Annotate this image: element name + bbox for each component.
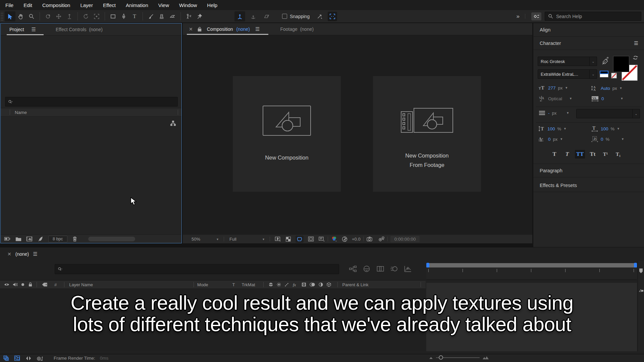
brush-tool-icon[interactable] [146,11,156,21]
orbit-camera-tool-icon[interactable] [43,11,53,21]
font-family-dropdown[interactable]: Roc Grotesk⌄ [538,57,597,66]
magnification-dropdown[interactable]: 50%▾ [189,237,221,242]
faux-bold-button[interactable]: T [549,150,559,159]
title-action-safe-icon[interactable] [308,236,314,242]
trkmat-column-header[interactable]: TrkMat [242,282,255,287]
comp-marker-bin-icon[interactable] [639,268,643,274]
motion-blur-switch-icon[interactable] [310,282,315,287]
label-color-icon[interactable] [42,282,48,287]
project-settings-icon[interactable] [38,236,44,242]
pen-tool-icon[interactable] [118,11,129,21]
snap-along-edges-icon[interactable] [314,11,325,21]
work-area-end-handle[interactable] [634,263,637,268]
preview-timecode[interactable]: 0:00:00:00 [390,236,420,242]
time-ruler[interactable] [426,267,637,280]
new-folder-icon[interactable] [15,236,21,242]
timeline-panel-menu-icon[interactable]: ☰ [33,251,38,257]
stroke-style-dropdown[interactable]: ⌄ [576,109,640,118]
help-search-box[interactable] [545,12,641,21]
viewer-panel-menu-icon[interactable]: ☰ [255,26,260,32]
menu-animation[interactable]: Animation [126,2,148,8]
menu-layer[interactable]: Layer [80,2,93,8]
new-composition-icon[interactable] [26,236,33,242]
default-fill-stroke-swatch[interactable] [600,71,608,77]
layer-name-column-header[interactable]: Layer Name [69,282,93,287]
camera-tool-icon[interactable] [91,11,102,21]
expand-icon[interactable] [25,356,32,361]
tab-footage[interactable]: Footage (none) [280,26,314,32]
name-column-header[interactable]: Name [15,110,27,115]
tracking-control[interactable]: VA 0▼ [591,96,623,102]
lock-icon[interactable] [28,282,33,287]
work-area-start-handle[interactable] [426,263,429,268]
toolbar-overflow-chevrons[interactable]: » [517,13,519,20]
layer-list-area[interactable] [0,289,426,351]
mini-flowchart-icon[interactable] [349,265,357,273]
tab-composition-none[interactable]: (none) [236,26,250,32]
menu-edit[interactable]: Edit [23,2,32,8]
menu-effect[interactable]: Effect [103,2,116,8]
zoom-in-mountains-icon[interactable] [482,355,490,360]
zoom-slider-track[interactable] [436,357,480,358]
tab-composition[interactable]: Composition [207,26,233,32]
hand-tool-icon[interactable] [15,11,26,21]
rotation-tool-icon[interactable] [80,11,91,21]
roto-brush-tool-icon[interactable] [183,11,194,21]
menu-window[interactable]: Window [179,2,197,8]
region-of-interest-active[interactable] [296,236,304,243]
effects-fx-icon[interactable]: fx [292,282,298,287]
shape-tool-icon[interactable] [108,11,118,21]
faux-italic-button[interactable]: T [562,150,572,159]
clone-stamp-tool-icon[interactable] [156,11,167,21]
type-tool-icon[interactable]: T [129,11,140,21]
view-axis-mode-icon[interactable] [261,11,272,21]
draft-3d-toggle-icon[interactable] [328,12,337,21]
interpret-footage-icon[interactable] [4,236,11,242]
timeline-tab-none[interactable]: (none) [15,251,29,257]
small-caps-button[interactable]: Tt [588,150,598,159]
paragraph-panel-header[interactable]: Paragraph [533,164,644,177]
unlock-icon[interactable] [197,26,202,32]
horizontal-scrollbar[interactable] [88,237,135,241]
selection-tool-icon[interactable] [5,11,15,21]
all-caps-button[interactable]: TT [575,150,585,159]
baseline-shift-control[interactable]: Aa 0px▼ [538,136,563,142]
show-channel-icon[interactable] [331,236,337,242]
local-axis-mode-icon[interactable] [234,11,245,21]
shy-layers-icon[interactable] [363,265,371,273]
exposure-icon[interactable] [341,236,348,242]
frame-blending-icon[interactable] [376,265,384,273]
graph-editor-icon[interactable] [404,265,412,273]
toolbar-grip[interactable] [1,12,3,21]
project-search-box[interactable] [5,97,178,107]
menu-composition[interactable]: Composition [42,2,70,8]
stroke-width-control[interactable]: -px▼ [538,110,569,116]
timeline-search-box[interactable] [55,264,339,274]
help-search-input[interactable] [556,14,630,19]
swap-fill-stroke-icon[interactable] [633,55,639,61]
no-color-swatch[interactable] [611,73,617,78]
world-axis-mode-icon[interactable] [248,11,259,21]
view-options-icon[interactable] [318,236,325,242]
fill-color-swatch[interactable] [613,56,629,72]
font-style-dropdown[interactable]: ExtraWide ExtraL...⌄ [538,69,597,79]
font-size-control[interactable]: TT 277px▼ [538,85,568,90]
shy-switch-icon[interactable] [268,282,273,287]
exposure-value[interactable]: +0.0 [352,237,361,242]
new-composition-card[interactable]: New Composition [233,76,341,192]
vertical-scale-control[interactable]: T 100%▼ [538,126,567,132]
horizontal-scale-control[interactable]: T 100%▼ [591,126,620,132]
adjustment-layer-icon[interactable] [318,282,323,287]
zoom-tool-icon[interactable] [26,11,37,21]
motion-blur-icon[interactable] [390,265,398,273]
snapshot-camera-icon[interactable] [366,236,373,242]
tsume-control[interactable]: あ 0%▼ [591,136,624,142]
transparency-grid-icon[interactable] [285,236,291,242]
frame-blend-switch-icon[interactable] [301,282,307,287]
trash-icon[interactable] [72,236,77,242]
close-tab-icon[interactable]: ✕ [189,26,193,32]
comp-button-icon[interactable] [639,288,644,293]
render-speed-snail-icon[interactable] [36,356,44,361]
solo-icon[interactable] [21,283,25,287]
work-area-bar[interactable] [426,263,637,267]
